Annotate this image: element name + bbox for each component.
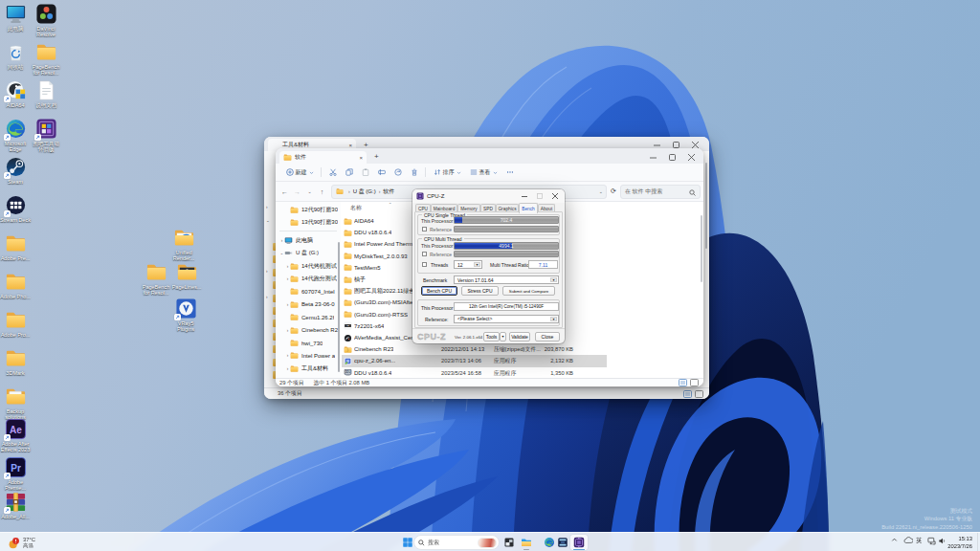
close-button[interactable] [687,153,696,162]
file-row-DDU v18.0.6.4[interactable]: DDUDDU v18.0.6.42023/5/24 16:58应用程序1,350… [342,367,607,379]
cpuz-tab-bench[interactable]: Bench [519,203,538,213]
nav-item-Beta 23-06-0[interactable]: ›Beta 23-06-0 [276,298,341,311]
desktop-icon-recycle-bin[interactable]: 回收站 [0,41,32,70]
desktop-icon-this-pc[interactable]: 此电脑 [0,3,32,32]
copy-button[interactable] [341,165,357,179]
dropdown-arrow-icon[interactable]: ▾ [474,262,480,267]
desktop-icon-vray[interactable]: VRay5 Plugins [169,298,202,332]
recent-pages-button[interactable]: ⌄ [303,188,316,194]
column-header-name[interactable]: 名称 [350,204,362,212]
clock[interactable]: 15:132023/7/26 [947,535,972,550]
back-scrollbar[interactable] [705,163,707,249]
desktop-icon-aida64[interactable]: AIDA64 [0,79,32,108]
cut-button[interactable] [324,165,341,179]
back-view-details-icon[interactable] [695,390,703,398]
cpuz-bench-cpu-button[interactable]: Bench CPU [421,286,457,296]
desktop-icon-davinci[interactable]: DaVinci Resolve [30,3,62,37]
cpuz-tools-dropdown[interactable]: ▾ [500,332,506,342]
cpuz-multi-reference-checkbox[interactable] [422,252,427,256]
cpuz-taskbar-button[interactable] [570,535,588,550]
nav-item-12代90打磨30[interactable]: 12代90打磨30 [276,204,341,216]
view-button[interactable]: 查看 [465,165,501,179]
tray-chevron-up-icon[interactable] [891,537,898,543]
cpuz-threads-combo[interactable]: 12▾ [454,260,482,269]
nav-item-14代跑分测试[interactable]: ›14代跑分测试 [276,273,341,285]
desktop-icon-after-effects[interactable]: AeAdobe After Effects 2023 [0,418,32,452]
sidebar-scrollbar[interactable] [338,242,340,372]
breadcrumb-item[interactable]: U 盘 (G:) [353,187,376,196]
cpuz-title-bar[interactable]: CPU-Z [412,189,565,203]
minimize-button[interactable] [649,153,657,162]
rename-button[interactable] [373,165,390,179]
desktop-icon-edge[interactable]: Microsoft Edge [0,118,32,152]
refresh-button[interactable]: ⟳ [611,187,616,195]
cpuz-window[interactable]: CPU-Z CPUMainboardMemorySPDGraphicsBench… [412,189,565,343]
up-nav-button[interactable]: ↑ [316,188,328,195]
nav-item-Cemu1.26.2f[interactable]: Cemu1.26.2f [276,311,341,323]
file-list-scrollbar[interactable] [701,215,702,282]
cpuz-single-reference-checkbox[interactable] [422,227,427,231]
maximize-button[interactable] [668,153,677,162]
nav-item-hwi_730[interactable]: hwi_730 [276,337,341,349]
cpuz-reference-combo[interactable]: <Please Select>▾ [454,315,559,323]
cpuz-submit-button[interactable]: Submit and Compare [502,286,555,296]
file-row-cpu-z_2.06-en...[interactable]: cpu-z_2.06-en...2023/7/13 14:06应用程序2,132… [342,355,607,366]
new-button[interactable]: 新建 [281,165,318,179]
share-button[interactable] [390,165,406,179]
address-dropdown-icon[interactable]: ⌄ [599,188,603,194]
nav-item-此电脑[interactable]: ›此电脑 [276,234,341,247]
desktop-icon-folder-pagebench[interactable]: PageBench for Resol... [140,261,172,296]
desktop-icon-premiere[interactable]: PrAdobe Premie... [0,456,32,491]
new-tab-button[interactable]: + [374,152,379,161]
breadcrumb-item[interactable]: 软件 [383,187,394,196]
see-more-button[interactable] [501,165,518,179]
desktop-icon-stream-deck[interactable]: Stream Deck [0,194,32,223]
desktop-icon-steam[interactable]: Steam [0,156,32,185]
taskview-button[interactable] [501,535,517,550]
nav-item-607074_Intel[interactable]: 607074_Intel [276,285,341,298]
explorer-tab-close-icon[interactable]: × [359,155,363,161]
onedrive-icon[interactable] [903,537,913,544]
paste-button[interactable] [357,165,373,179]
back-nav-button[interactable]: ← [278,188,291,195]
cpuz-stress-cpu-button[interactable]: Stress CPU [461,286,499,296]
sort-button[interactable]: 排序 [429,165,465,179]
cpuz-benchmark-combo[interactable]: Version 17.01.64▾ [454,276,559,284]
desktop-icon-folder-adobe-pro[interactable]: Adobe Pro... [0,309,32,338]
desktop-icon-folder-adobe-pre[interactable]: Adobe Pre... [0,232,32,261]
dropdown-arrow-icon[interactable]: ▾ [550,277,557,282]
search-box[interactable]: 搜索 [413,535,500,550]
desktop-icon-folder-3dmark[interactable]: 3DMark [0,347,32,376]
cpuz-close-button[interactable] [552,193,558,199]
ime-indicator[interactable]: 英 [916,537,923,545]
desktop-icon-tbtool[interactable]: 图吧工具箱 怀旧版 [30,118,62,152]
desktop-icon-doc-readme[interactable]: 说明文档 [30,79,62,108]
back-tab-close-icon[interactable]: × [348,143,352,148]
nav-item-14代烤机测试[interactable]: ›14代烤机测试 [276,260,341,273]
volume-icon[interactable] [938,537,947,545]
desktop-icon-folder-pagelines[interactable]: PageLines... [170,261,203,290]
weather-widget[interactable]: 37°C 高温 [4,534,39,551]
desktop-icon-folder-backup[interactable]: Backup solutions [0,386,32,420]
view-details-icon[interactable] [690,379,699,386]
forward-nav-button[interactable]: → [291,188,303,195]
desktop-icon-folder-unified[interactable]: Unified Render... [167,227,200,261]
nav-item-U 盘 (G:)[interactable]: ⌄U 盘 (G:) [276,247,341,259]
view-list-icon[interactable] [679,379,687,386]
file-row-Cinebench R23[interactable]: Cinebench R232022/12/01 14:13压缩(zipped)文… [342,343,607,355]
cpuz-close-dialog-button[interactable]: Close [535,332,560,342]
cpuz-validate-button[interactable]: Validate [509,332,530,342]
dropdown-arrow-icon[interactable]: ▾ [550,317,557,321]
cpuz-threads-checkbox[interactable] [422,262,427,267]
cpuz-tools-button[interactable]: Tools [483,332,500,342]
cpuz-minimize-button[interactable] [522,193,527,199]
network-icon[interactable] [927,537,936,545]
nav-item-工具&材料[interactable]: ›工具&材料 [276,363,341,375]
nav-item-13代90打磨30[interactable]: 13代90打磨30 [276,216,341,229]
explorer-tab[interactable]: 软件 × [279,151,367,164]
delete-button[interactable] [406,165,422,179]
desktop-icon-winrar[interactable]: Adobe_All... [0,491,32,519]
search-box[interactable]: 在 软件 中搜索 [620,185,701,199]
desktop-icon-folder-adobe-pho[interactable]: Adobe Pho... [0,271,32,299]
nav-item-Intel Power a[interactable]: ›Intel Power a [276,349,341,362]
